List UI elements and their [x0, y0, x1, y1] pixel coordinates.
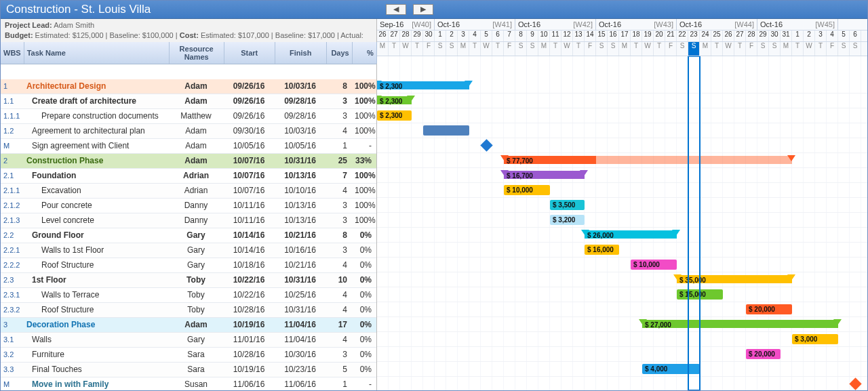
task-row[interactable]: 3Decoration PhaseAdam10/19/1611/04/16170… [1, 318, 376, 333]
summary-bar[interactable]: $ 77,700 [504, 156, 792, 164]
cell-wbs: 2.1.1 [1, 184, 24, 198]
cell-days: 4 [326, 124, 352, 138]
cell-res: Matthew [169, 109, 224, 123]
bar-cost-label: $ 3,000 [795, 334, 817, 344]
task-bar[interactable]: $ 20,000 [746, 304, 792, 314]
task-bar[interactable]: $ 20,000 [746, 349, 781, 359]
task-row[interactable]: 3.3Final TouchesSara10/19/1610/23/1650% [1, 363, 376, 377]
col-wbs[interactable]: WBS [1, 42, 24, 64]
cell-start: 10/07/16 [224, 169, 275, 183]
bar-cost-label: $ 2,300 [380, 110, 402, 121]
task-row[interactable]: 2.2Ground FloorGary10/14/1610/21/1680% [1, 228, 376, 243]
col-start[interactable]: Start [224, 42, 275, 64]
task-row[interactable]: 1.1Create draft of architectureAdam09/26… [1, 94, 376, 109]
cell-res: Gary [169, 333, 224, 347]
task-row[interactable]: 2.1.2Pour concreteDanny10/11/1610/13/163… [1, 199, 376, 213]
task-bar[interactable]: $ 10,000 [631, 260, 677, 270]
bar-cost-label: $ 16,000 [587, 245, 614, 255]
task-row[interactable]: 2Construction PhaseAdam10/07/1610/31/162… [1, 154, 376, 169]
month-cell: Oct-16[W44] [677, 19, 757, 30]
task-row[interactable]: 2.1.1ExcavationAdrian10/07/1610/10/16410… [1, 184, 376, 199]
task-bar[interactable]: $ 3,500 [550, 200, 585, 210]
daynum-cell: 5 [838, 30, 850, 41]
dow-cell: T [492, 42, 504, 56]
daynum-cell: 30 [423, 30, 435, 41]
col-task[interactable]: Task Name [24, 42, 170, 64]
gantt-row: $ 20,000 [377, 302, 867, 317]
task-row[interactable]: 2.1FoundationAdrian10/07/1610/13/167100% [1, 169, 376, 184]
cell-pct: 100% [352, 213, 377, 228]
col-finish[interactable]: Finish [275, 42, 327, 64]
task-bar[interactable]: $ 15,000 [677, 289, 723, 300]
nav-next-button[interactable]: ▶ [413, 4, 433, 15]
cell-finish: 11/06/16 [275, 377, 326, 390]
cell-res: Danny [169, 199, 224, 213]
summary-bar[interactable]: $ 2,300 [377, 81, 469, 89]
daynum-cell: 12 [561, 30, 573, 41]
task-row[interactable]: 1Architectural DesignAdam09/26/1610/03/1… [1, 79, 376, 94]
summary-bar[interactable]: $ 27,000 [642, 320, 838, 328]
task-bar[interactable]: $ 4,000 [642, 364, 700, 374]
col-days[interactable]: Days [327, 42, 353, 64]
summary-bar[interactable]: $ 26,000 [585, 230, 677, 239]
daynum-cell: 2 [446, 30, 458, 41]
dow-cell: F [665, 42, 677, 56]
cell-name: Roof Structure [24, 258, 169, 272]
col-res[interactable]: Resource Names [170, 42, 224, 64]
summary-bar[interactable]: $ 16,700 [504, 171, 585, 179]
dow-cell: F [746, 42, 757, 56]
cell-res: Adam [169, 154, 224, 168]
cell-pct: 0% [352, 228, 376, 243]
cell-pct: 100% [352, 184, 377, 198]
col-pct[interactable]: % [353, 42, 377, 64]
milestone-diamond[interactable] [480, 139, 492, 151]
task-bar[interactable]: $ 2,300 [377, 110, 412, 121]
daynum-cell: 29 [412, 30, 423, 41]
dow-cell: S [769, 42, 781, 56]
daynum-cell: 16 [608, 30, 619, 41]
task-row[interactable]: 1.2Agreement to architectural planAdam09… [1, 124, 376, 139]
daynum-cell: 24 [700, 30, 711, 41]
task-bar[interactable]: $ 3,000 [792, 334, 838, 344]
task-row[interactable]: 2.31st FloorToby10/22/1610/31/16100% [1, 273, 376, 288]
cell-start: 10/22/16 [224, 288, 275, 302]
cell-days: 3 [326, 213, 352, 228]
dow-cell: T [734, 42, 746, 56]
task-row[interactable]: MSign agreement with ClientAdam10/05/161… [1, 139, 376, 154]
bar-cost-label: $ 27,000 [645, 320, 671, 330]
daynum-cell: 15 [596, 30, 608, 41]
cell-wbs: 2.1.3 [1, 213, 24, 228]
cell-res: Sara [169, 348, 224, 362]
milestone-diamond[interactable] [849, 377, 861, 390]
task-row[interactable]: 2.3.1Walls to TerraceToby10/22/1610/25/1… [1, 288, 376, 303]
dow-cell: S [608, 42, 619, 56]
cell-name: Create draft of architecture [24, 94, 169, 108]
cell-start: 10/14/16 [224, 243, 275, 258]
summary-bar[interactable]: $ 2,300 [377, 96, 412, 104]
nav-prev-button[interactable]: ◀ [386, 4, 406, 15]
timeline-nav: ◀ ▶ [386, 4, 433, 15]
cell-res: Adam [169, 139, 224, 153]
task-bar[interactable]: $ 16,000 [585, 245, 619, 255]
cell-wbs: 2.3.1 [1, 288, 24, 302]
cell-wbs: 3.1 [1, 333, 24, 347]
task-row[interactable]: 3.2FurnitureSara10/28/1610/30/1630% [1, 348, 376, 363]
task-bar[interactable] [423, 125, 469, 136]
task-bar[interactable]: $ 10,000 [504, 185, 550, 195]
dow-cell: M [538, 42, 550, 56]
gantt-area[interactable]: $ 2,300$ 2,300$ 2,300$ 77,700$ 16,700$ 1… [377, 56, 867, 390]
task-row[interactable]: MMove in with FamilySusan11/06/1611/06/1… [1, 377, 376, 390]
task-row[interactable]: 2.2.1Walls to 1st FloorGary10/14/1610/16… [1, 243, 376, 258]
daynum-cell: 30 [769, 30, 781, 41]
task-row[interactable]: 1.1.1Prepare construction documentsMatth… [1, 109, 376, 124]
cell-name: Prepare construction documents [24, 109, 169, 123]
cell-name: Construction Phase [24, 154, 169, 168]
task-row[interactable]: 2.3.2Roof StructureToby10/28/1610/31/164… [1, 303, 376, 318]
dow-cell: T [792, 42, 804, 56]
column-header-overlay: WBS Task Name Resource Names Start Finis… [1, 42, 376, 64]
task-row[interactable]: 3.1WallsGary11/01/1611/04/1640% [1, 333, 376, 348]
task-row[interactable]: 2.1.3Level concreteDanny10/11/1610/13/16… [1, 213, 376, 228]
task-bar[interactable]: $ 3,200 [550, 215, 585, 225]
task-row[interactable]: 2.2.2Roof StructureGary10/18/1610/21/164… [1, 258, 376, 273]
summary-bar[interactable]: $ 35,000 [677, 275, 792, 283]
